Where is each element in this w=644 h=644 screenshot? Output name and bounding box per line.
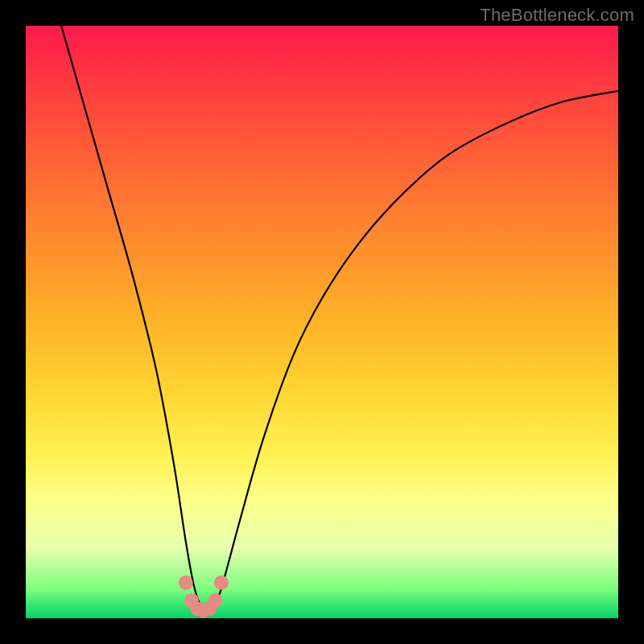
valley-markers: [179, 576, 229, 618]
chart-svg: [26, 26, 618, 618]
valley-marker: [208, 593, 223, 608]
bottleneck-curve: [61, 26, 618, 612]
valley-marker: [179, 576, 193, 590]
watermark-text: TheBottleneck.com: [480, 5, 634, 26]
valley-marker: [214, 576, 229, 590]
chart-frame: TheBottleneck.com: [0, 0, 644, 644]
plot-area: [26, 26, 618, 618]
